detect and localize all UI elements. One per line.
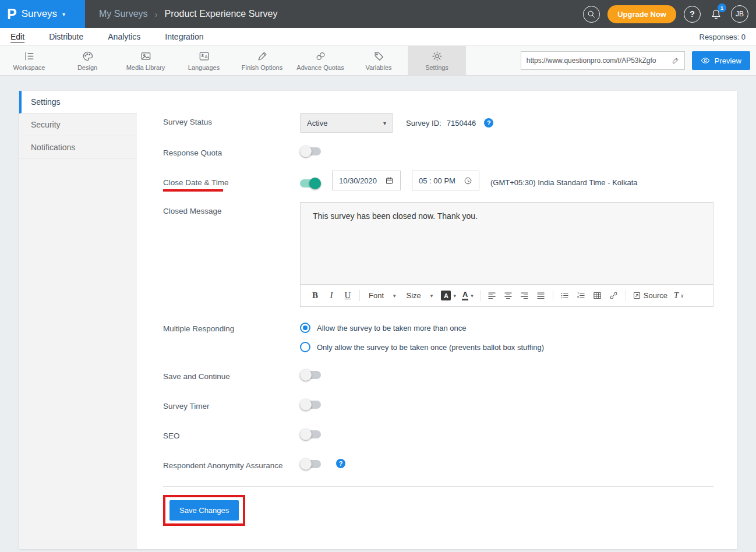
remove-format-sub: x: [681, 292, 683, 299]
survey-url-input[interactable]: [521, 52, 667, 69]
edit-url-button[interactable]: [667, 52, 684, 69]
preview-button[interactable]: Preview: [692, 51, 750, 70]
chevron-down-icon: ▾: [393, 293, 396, 299]
form-row-survey-status: Survey Status Active ▾ Survey ID: 715044…: [163, 113, 713, 133]
italic-button[interactable]: I: [324, 288, 339, 303]
tab-edit[interactable]: Edit: [10, 32, 24, 41]
source-button[interactable]: Source: [630, 288, 670, 303]
closed-message-textarea[interactable]: This survey has been closed now. Thank y…: [301, 203, 713, 284]
align-center-icon: [504, 291, 513, 300]
save-and-continue-toggle[interactable]: [300, 371, 321, 379]
sidebar-item-settings[interactable]: Settings: [19, 91, 137, 114]
anonymity-help-icon[interactable]: ?: [336, 459, 345, 468]
breadcrumb-separator-icon: ›: [155, 9, 158, 19]
form-row-closed-message: Closed Message This survey has been clos…: [163, 202, 713, 307]
survey-timer-toggle[interactable]: [300, 401, 321, 409]
remove-format-button[interactable]: Tx: [671, 288, 686, 303]
underline-button[interactable]: U: [340, 288, 355, 303]
survey-id-help-icon[interactable]: ?: [484, 118, 493, 128]
close-time-input[interactable]: 05 : 00 PM: [412, 171, 479, 190]
toolbar-item-variables[interactable]: Variables: [349, 46, 408, 75]
clock-icon: [464, 176, 472, 185]
align-justify-icon: [536, 291, 545, 300]
field-label-response-quota: Response Quota: [163, 144, 300, 157]
breadcrumb: My Surveys › Product Experience Survey: [99, 9, 277, 19]
chevron-down-icon: ▾: [430, 293, 433, 299]
size-dropdown[interactable]: Size ▾: [402, 288, 438, 303]
finish-options-icon: [257, 51, 268, 62]
toggle-knob: [300, 369, 312, 381]
timezone-label: (GMT+05:30) India Standard Time - Kolkat…: [490, 178, 638, 187]
close-date-value: 10/30/2020: [339, 176, 377, 185]
form-row-survey-timer: Survey Timer: [163, 397, 713, 411]
toggle-knob: [300, 399, 312, 411]
toggle-knob: [309, 178, 321, 189]
toolbar-right: Preview: [521, 46, 756, 75]
chevron-down-icon: ▾: [62, 11, 65, 17]
avatar[interactable]: JB: [731, 5, 748, 23]
background-color-icon: A: [441, 291, 451, 300]
field-label-close-date-time: Close Date & Time: [163, 174, 300, 192]
field-label-save-and-continue: Save and Continue: [163, 367, 300, 381]
align-right-icon: [520, 291, 529, 300]
sidebar-item-security[interactable]: Security: [19, 114, 137, 136]
toolbar-item-label: Workspace: [13, 64, 45, 71]
source-label: Source: [644, 291, 667, 300]
background-color-button[interactable]: A ▾: [439, 288, 458, 303]
table-icon: [593, 291, 602, 300]
insert-table-button[interactable]: [590, 288, 605, 303]
tab-integration[interactable]: Integration: [165, 32, 203, 41]
question-mark-icon: ?: [690, 9, 695, 19]
toggle-knob: [300, 429, 312, 440]
radio-unselected-icon: [300, 342, 310, 352]
breadcrumb-my-surveys[interactable]: My Surveys: [99, 9, 148, 19]
anonymity-toggle[interactable]: [300, 460, 321, 468]
toolbar-item-advance-quotas[interactable]: Advance Quotas: [291, 46, 349, 75]
radio-option-label: Only allow the survey to be taken once (…: [317, 343, 544, 352]
close-date-time-label-text: Close Date & Time: [163, 178, 229, 187]
response-quota-toggle[interactable]: [300, 147, 321, 155]
sidebar-item-notifications[interactable]: Notifications: [19, 136, 137, 159]
toolbar-item-label: Advance Quotas: [296, 64, 344, 71]
toolbar-item-finish-options[interactable]: Finish Options: [233, 46, 291, 75]
close-date-input[interactable]: 10/30/2020: [332, 171, 401, 190]
toolbar-item-workspace[interactable]: Workspace: [0, 46, 58, 75]
field-label-survey-status: Survey Status: [163, 113, 300, 133]
notifications-button[interactable]: 1: [708, 6, 723, 22]
align-justify-button[interactable]: [534, 288, 549, 303]
font-dropdown-label: Font: [369, 291, 384, 300]
product-name: Surveys: [22, 8, 57, 20]
toolbar-item-languages[interactable]: A Languages: [175, 46, 233, 75]
survey-status-select[interactable]: Active ▾: [300, 113, 393, 133]
align-left-button[interactable]: [485, 288, 500, 303]
edit-toolbar: Workspace Design Media Library A Languag…: [0, 45, 756, 76]
align-center-button[interactable]: [501, 288, 516, 303]
survey-id-value: 7150446: [447, 119, 476, 128]
align-left-icon: [487, 291, 496, 300]
form-row-anonymity: Respondent Anonymity Assurance ?: [163, 457, 713, 470]
tab-distribute[interactable]: Distribute: [49, 32, 83, 41]
font-dropdown[interactable]: Font ▾: [364, 288, 401, 303]
app-logo-menu[interactable]: P Surveys ▾: [0, 0, 85, 28]
text-color-button[interactable]: A ▾: [460, 288, 476, 303]
radio-option-allow-multiple[interactable]: Allow the survey to be taken more than o…: [300, 323, 467, 333]
toolbar-item-design[interactable]: Design: [58, 46, 116, 75]
align-right-button[interactable]: [517, 288, 532, 303]
numbered-list-button[interactable]: [574, 288, 589, 303]
toolbar-item-media-library[interactable]: Media Library: [116, 46, 175, 75]
search-button[interactable]: [583, 6, 600, 23]
radio-option-allow-once[interactable]: Only allow the survey to be taken once (…: [300, 342, 544, 352]
tab-analytics[interactable]: Analytics: [108, 32, 140, 41]
source-icon: [633, 291, 641, 300]
close-date-toggle[interactable]: [300, 179, 321, 187]
insert-link-button[interactable]: [606, 288, 621, 303]
responses-count: Responses: 0: [700, 33, 746, 41]
save-changes-button[interactable]: Save Changes: [169, 500, 239, 521]
form-row-close-date-time: Close Date & Time 10/30/2020 05 : 00 PM: [163, 174, 713, 192]
toolbar-item-settings[interactable]: Settings: [408, 46, 466, 75]
upgrade-now-button[interactable]: Upgrade Now: [607, 5, 676, 23]
help-button[interactable]: ?: [684, 6, 701, 23]
bold-button[interactable]: B: [308, 288, 323, 303]
seo-toggle[interactable]: [300, 430, 321, 438]
bullet-list-button[interactable]: [557, 288, 573, 303]
